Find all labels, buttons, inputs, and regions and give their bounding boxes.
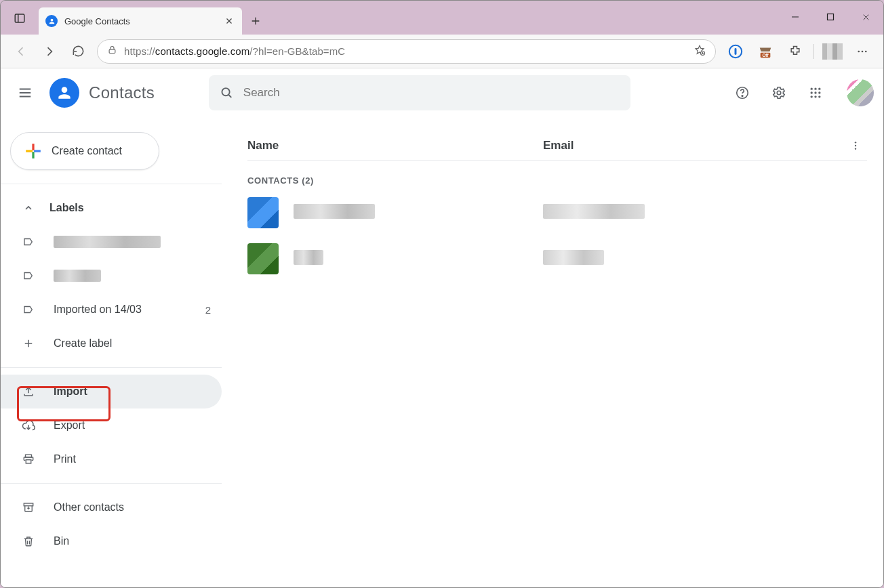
sidebar-label-item[interactable]: Imported on 14/032	[1, 293, 222, 327]
extension-icon[interactable]: Off	[751, 38, 780, 65]
label-text: Imported on 14/03	[54, 303, 177, 316]
window-minimize-button[interactable]	[778, 1, 813, 33]
svg-point-52	[855, 148, 856, 149]
browser-back-button	[7, 38, 35, 65]
print-icon	[21, 453, 36, 465]
svg-point-29	[811, 88, 813, 90]
create-label-text: Create label	[54, 337, 222, 350]
column-headers: Name Email	[247, 131, 867, 161]
plus-icon	[21, 337, 36, 350]
google-plus-icon	[24, 142, 42, 160]
svg-point-37	[818, 96, 820, 98]
svg-point-30	[814, 88, 816, 90]
svg-point-24	[222, 88, 230, 96]
lock-icon	[107, 45, 117, 58]
sidebar-bin[interactable]: Bin	[1, 524, 222, 558]
contact-name	[294, 250, 543, 268]
account-avatar[interactable]	[847, 79, 874, 106]
svg-point-36	[814, 96, 816, 98]
contact-avatar	[247, 197, 279, 228]
svg-text:Off: Off	[762, 52, 769, 57]
contacts-logo-icon	[49, 78, 79, 108]
window-close-button[interactable]	[848, 1, 883, 33]
window-maximize-button[interactable]	[813, 1, 848, 33]
print-label: Print	[54, 453, 222, 465]
export-label: Export	[54, 419, 222, 432]
new-tab-button[interactable]	[242, 7, 269, 35]
column-email: Email	[543, 139, 844, 152]
search-field[interactable]	[209, 75, 630, 110]
other-contacts-label: Other contacts	[54, 501, 222, 513]
sidebar-label-item[interactable]	[1, 225, 222, 259]
contact-name	[294, 204, 543, 222]
svg-point-19	[862, 50, 864, 52]
url-bar[interactable]: https://contacts.google.com/?hl=en-GB&ta…	[97, 39, 716, 64]
svg-point-31	[818, 88, 820, 90]
url-text: https://contacts.google.com/?hl=en-GB&ta…	[124, 45, 687, 57]
browser-forward-button[interactable]	[36, 38, 63, 65]
sidebar-export[interactable]: Export	[1, 408, 222, 442]
archive-icon	[21, 501, 36, 513]
create-label-item[interactable]: Create label	[1, 327, 222, 360]
svg-line-25	[228, 95, 231, 98]
cloud-download-icon	[21, 419, 36, 432]
contacts-section-title: CONTACTS (2)	[247, 175, 867, 186]
label-count: 2	[195, 304, 222, 316]
create-contact-button[interactable]: Create contact	[10, 132, 159, 170]
svg-point-28	[777, 91, 781, 95]
browser-tab-title: Google Contacts	[64, 16, 216, 26]
browser-tab[interactable]: Google Contacts	[39, 7, 242, 35]
labels-header-label: Labels	[49, 202, 222, 214]
settings-button[interactable]	[764, 78, 794, 108]
search-icon	[220, 85, 234, 100]
google-apps-button[interactable]	[801, 78, 830, 108]
svg-rect-10	[109, 49, 115, 54]
contact-email	[543, 250, 867, 268]
label-icon	[21, 236, 36, 248]
label-icon	[21, 303, 36, 316]
help-button[interactable]	[727, 78, 757, 108]
bin-label: Bin	[54, 535, 222, 547]
svg-point-18	[858, 50, 860, 52]
svg-rect-7	[828, 14, 834, 20]
contact-row[interactable]	[247, 190, 867, 236]
browser-menu-button[interactable]	[848, 38, 877, 65]
favorite-icon[interactable]	[694, 44, 706, 59]
svg-point-35	[811, 96, 813, 98]
label-text	[54, 270, 177, 282]
svg-rect-46	[24, 503, 33, 506]
svg-point-32	[811, 91, 813, 93]
sidebar-label-item[interactable]	[1, 259, 222, 293]
svg-rect-15	[735, 47, 737, 54]
svg-point-27	[742, 96, 743, 97]
upload-icon	[21, 385, 36, 398]
browser-profile-avatar[interactable]	[822, 43, 843, 60]
extensions-menu-icon[interactable]	[781, 38, 809, 65]
label-text	[54, 236, 177, 248]
list-options-button[interactable]	[844, 134, 867, 157]
sidebar-import[interactable]: Import	[1, 375, 222, 408]
svg-point-34	[818, 91, 820, 93]
search-input[interactable]	[243, 86, 620, 100]
svg-rect-38	[32, 144, 34, 150]
sidebar-other-contacts[interactable]: Other contacts	[1, 490, 222, 524]
main-menu-button[interactable]	[10, 78, 40, 108]
svg-point-51	[855, 144, 856, 146]
tab-close-button[interactable]	[223, 15, 235, 27]
contact-avatar	[247, 243, 279, 274]
svg-rect-0	[15, 14, 24, 22]
contact-email	[543, 204, 867, 222]
svg-rect-41	[34, 150, 41, 152]
labels-header[interactable]: Labels	[1, 191, 222, 225]
browser-tab-actions-button[interactable]	[6, 5, 33, 32]
onepassword-extension-icon[interactable]	[721, 38, 750, 65]
svg-point-50	[855, 142, 856, 143]
contact-row[interactable]	[247, 236, 867, 282]
sidebar-print[interactable]: Print	[1, 442, 222, 476]
browser-refresh-button[interactable]	[64, 38, 92, 65]
import-label: Import	[54, 385, 222, 398]
svg-point-33	[814, 91, 816, 93]
trash-icon	[21, 535, 36, 547]
svg-rect-39	[32, 152, 34, 159]
chevron-up-icon	[21, 203, 36, 213]
